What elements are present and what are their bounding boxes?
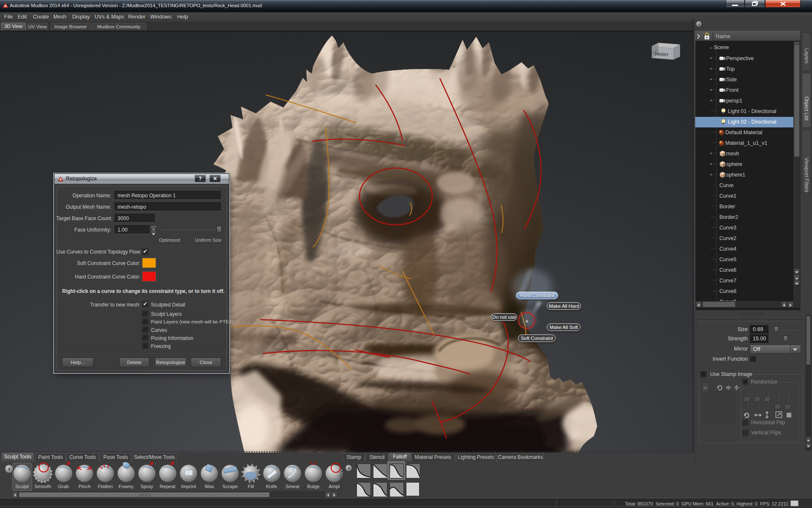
svg-text:FRONT: FRONT <box>655 52 669 57</box>
